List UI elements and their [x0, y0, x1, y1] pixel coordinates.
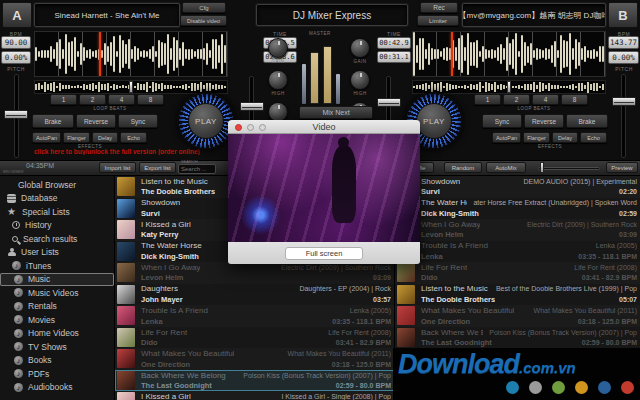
- deck-b-waveform[interactable]: [412, 31, 606, 77]
- track-row[interactable]: When I Go AwayElectric Dirt (2009) | Sou…: [115, 262, 394, 284]
- export-list-button[interactable]: Export list: [139, 162, 176, 173]
- channel-a-mid-knob[interactable]: [268, 102, 288, 122]
- deck-a-loop-4[interactable]: 4: [108, 94, 135, 105]
- deck-a-play-button[interactable]: PLAY: [188, 103, 224, 139]
- itunes-icon: ♪: [14, 356, 23, 365]
- deck-a-jog-wheel[interactable]: PLAY: [177, 92, 235, 150]
- rec-button[interactable]: Rec: [420, 2, 458, 13]
- itunes-icon: ♪: [14, 302, 23, 311]
- deck-a-brake-button[interactable]: Brake: [32, 114, 74, 128]
- deck-b-loop-1[interactable]: 1: [474, 94, 501, 105]
- track-row[interactable]: Back Where We BelongPoison Kiss (Bonus T…: [395, 327, 640, 349]
- deck-a-reverse-button[interactable]: Reverse: [76, 114, 116, 128]
- track-row[interactable]: When I Go AwayElectric Dirt (2009) | Sou…: [395, 219, 640, 241]
- trial-notice-link[interactable]: click here to buy/unlock the full versio…: [34, 148, 226, 155]
- channel-a-gain-knob[interactable]: [268, 38, 288, 58]
- deck-a-playhead: [99, 32, 101, 76]
- deck-a-delay-button[interactable]: Delay: [92, 132, 118, 143]
- track-duration: 02:59 - 80.0 BPM: [582, 339, 637, 346]
- watermark-dot: [575, 381, 588, 394]
- fullscreen-button[interactable]: Full screen: [285, 247, 363, 260]
- deck-a-echo-button[interactable]: Echo: [120, 132, 147, 143]
- volume-slider-thumb[interactable]: [540, 162, 544, 173]
- video-window-titlebar[interactable]: Video: [228, 120, 420, 134]
- deck-b-pitch-slider-handle[interactable]: [612, 97, 636, 106]
- sidebar-item-user-lists[interactable]: User Lists: [0, 246, 114, 260]
- deck-b-autopan-button[interactable]: AutoPan: [492, 132, 521, 143]
- track-row[interactable]: What Makes You BeautifulWhat Makes You B…: [395, 305, 640, 327]
- track-row[interactable]: I Kissed a GirlI Kissed a Girl - Single …: [115, 391, 394, 400]
- disable-video-button[interactable]: Disable video: [180, 15, 227, 26]
- itunes-icon: ♪: [14, 383, 23, 392]
- track-album-info: Life For Rent (2008): [574, 264, 637, 271]
- channel-a-high-knob[interactable]: [268, 70, 288, 90]
- track-row[interactable]: ShowdownDEMO AUDIO (2015) | Experimental…: [395, 176, 640, 198]
- track-title: I Kissed a Girl: [141, 220, 191, 229]
- track-row[interactable]: What Makes You BeautifulWhat Makes You B…: [115, 348, 394, 370]
- import-list-button[interactable]: Import list: [99, 162, 136, 173]
- sidebar-item-database[interactable]: Database: [0, 192, 114, 206]
- track-artist: Dick King-Smith: [141, 252, 199, 261]
- track-album-info: What Makes You Beautiful (2011): [534, 307, 637, 314]
- deck-b-loop-4[interactable]: 4: [532, 94, 559, 105]
- track-row[interactable]: Back Where We BelongPoison Kiss (Bonus T…: [115, 370, 394, 392]
- track-row[interactable]: Life For RentLife For Rent (2008)Dido03:…: [115, 327, 394, 349]
- channel-a-volume-handle[interactable]: [240, 102, 264, 111]
- maximize-icon[interactable]: [259, 124, 266, 131]
- deck-a-autopan-button[interactable]: AutoPan: [32, 132, 61, 143]
- deck-a-loop-2[interactable]: 2: [79, 94, 106, 105]
- sidebar-item-rentals[interactable]: ♪Rentals: [0, 300, 114, 314]
- sidebar-item-pdfs[interactable]: ♪PDFs: [0, 367, 114, 381]
- volume-slider[interactable]: [538, 167, 600, 170]
- sidebar-item-history[interactable]: History: [0, 219, 114, 233]
- sidebar-item-music-videos[interactable]: ♪Music Videos: [0, 286, 114, 300]
- channel-b-gain-knob[interactable]: [350, 38, 370, 58]
- deck-a-pitch-slider-handle[interactable]: [4, 110, 28, 119]
- automix-button[interactable]: AutoMix: [486, 162, 526, 173]
- track-artist: One Direction: [421, 317, 470, 326]
- track-row[interactable]: DaughtersDaughters - EP (2004) | RockJoh…: [115, 284, 394, 306]
- limiter-button[interactable]: Limiter: [417, 15, 459, 26]
- deck-b-play-button[interactable]: PLAY: [416, 103, 452, 139]
- track-row[interactable]: Trouble Is A FriendLenka (2005)Lenka03:3…: [115, 305, 394, 327]
- deck-b-loop-2[interactable]: 2: [503, 94, 530, 105]
- sidebar-item-global-browser[interactable]: Global Browser: [0, 178, 114, 192]
- deck-b-flanger-button[interactable]: Flanger: [523, 132, 550, 143]
- deck-a-waveform[interactable]: [34, 31, 228, 77]
- channel-b-volume-handle[interactable]: [377, 98, 401, 107]
- search-input[interactable]: [178, 164, 216, 174]
- sidebar-item-search-results[interactable]: Search results: [0, 232, 114, 246]
- sidebar-item-itunes[interactable]: ♪iTunes: [0, 259, 114, 273]
- deck-b-pitch-slider[interactable]: [621, 74, 626, 158]
- cfg-button[interactable]: Cfg: [182, 2, 226, 13]
- deck-b-sync-button[interactable]: Sync: [482, 114, 522, 128]
- channel-b-high-knob[interactable]: [350, 70, 370, 90]
- deck-b-brake-button[interactable]: Brake: [566, 114, 608, 128]
- mix-next-button[interactable]: Mix Next: [299, 106, 373, 119]
- deck-a-loop-1[interactable]: 1: [50, 94, 77, 105]
- sidebar-item-movies[interactable]: ♪Movies: [0, 313, 114, 327]
- preview-button[interactable]: Preview: [606, 162, 638, 173]
- sidebar-item-tv-shows[interactable]: ♪TV Shows: [0, 340, 114, 354]
- track-row[interactable]: Trouble Is A FriendLenka (2005)Lenka03:3…: [395, 241, 640, 263]
- vu-meter-b: [323, 46, 332, 104]
- minimize-icon[interactable]: [247, 124, 254, 131]
- sidebar-item-music[interactable]: ♪Music: [0, 273, 114, 287]
- close-icon[interactable]: [235, 124, 242, 131]
- track-row[interactable]: Listen to the Music (Live)Best of the Do…: [395, 284, 640, 306]
- deck-b-loop-8[interactable]: 8: [561, 94, 588, 105]
- deck-a-loop-8[interactable]: 8: [137, 94, 164, 105]
- sidebar-item-special-lists[interactable]: ★Special Lists: [0, 205, 114, 219]
- deck-a-flanger-button[interactable]: Flanger: [63, 132, 90, 143]
- deck-b-reverse-button[interactable]: Reverse: [524, 114, 564, 128]
- track-row[interactable]: The Water Horse: Free Extractater Horse …: [395, 198, 640, 220]
- deck-b-echo-button[interactable]: Echo: [580, 132, 607, 143]
- watermark-dot: [529, 381, 542, 394]
- track-row[interactable]: Life For RentLife For Rent (2008)Dido03:…: [395, 262, 640, 284]
- random-button[interactable]: Random: [444, 162, 482, 173]
- deck-b-delay-button[interactable]: Delay: [552, 132, 578, 143]
- deck-a-sync-button[interactable]: Sync: [118, 114, 158, 128]
- sidebar-item-home-videos[interactable]: ♪Home Videos: [0, 327, 114, 341]
- sidebar-item-books[interactable]: ♪Books: [0, 354, 114, 368]
- sidebar-item-audiobooks[interactable]: ♪Audiobooks: [0, 381, 114, 395]
